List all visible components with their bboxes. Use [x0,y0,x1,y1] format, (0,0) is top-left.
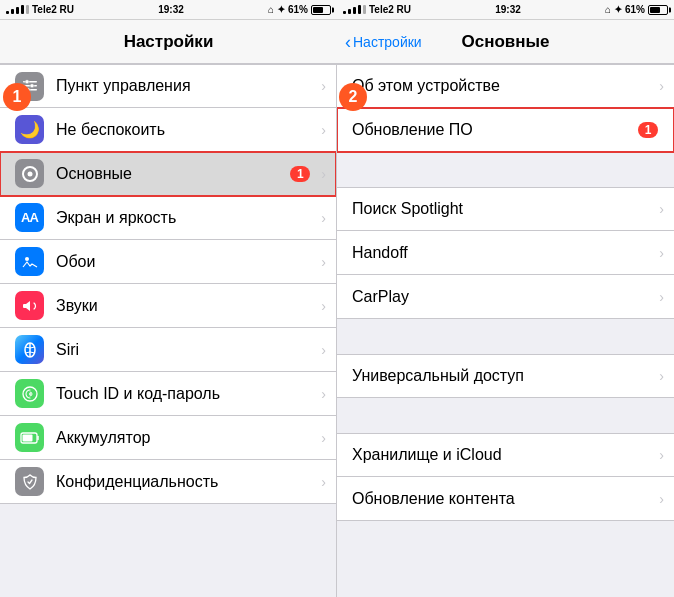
control-center-label: Пункт управления [56,77,316,95]
sidebar-item-control-center[interactable]: Пункт управления › [0,64,336,108]
status-bars: Tele2 RU 19:32 ⌂ ✦ 61% [0,0,674,20]
section-gap-2 [337,319,674,354]
privacy-icon [15,467,44,496]
svg-point-4 [30,84,34,88]
content-area: Пункт управления › 🌙 Не беспокоить › [0,64,674,597]
section-gap-1 [337,152,674,187]
right-section-2: Обновление ПО 1 [337,108,674,152]
siri-label: Siri [56,341,316,359]
general-badge: 1 [290,166,310,182]
signal-icon [6,5,29,14]
right-item-carplay[interactable]: CarPlay › [337,275,674,319]
about-label: Об этом устройстве [352,77,654,95]
chevron-icon: › [321,78,326,94]
battery-label-right: 61% [625,4,645,15]
annotation-1: 1 [3,83,31,111]
nav-bars: Настройки ‹ Настройки Основные [0,20,674,64]
left-nav-title: Настройки [124,32,214,52]
do-not-disturb-icon: 🌙 [15,115,44,144]
general-label: Основные [56,165,290,183]
sidebar-item-siri[interactable]: Siri › [0,328,336,372]
right-item-software-update[interactable]: Обновление ПО 1 [337,108,674,152]
right-item-content-update[interactable]: Обновление контента › [337,477,674,521]
sidebar-item-privacy[interactable]: Конфиденциальность › [0,460,336,504]
chevron-icon: › [321,254,326,270]
right-item-accessibility[interactable]: Универсальный доступ › [337,354,674,398]
general-icon [15,159,44,188]
chevron-icon: › [659,491,664,507]
chevron-icon: › [659,78,664,94]
sidebar-item-display[interactable]: AA Экран и яркость › [0,196,336,240]
bluetooth-icon: ✦ [277,4,285,15]
location-icon-right: ⌂ [605,4,611,15]
wallpaper-icon [15,247,44,276]
software-update-badge: 1 [638,122,658,138]
right-item-storage[interactable]: Хранилище и iCloud › [337,433,674,477]
battery-label: 61% [288,4,308,15]
touchid-label: Touch ID и код-пароль [56,385,316,403]
location-icon: ⌂ [268,4,274,15]
display-label: Экран и яркость [56,209,316,227]
chevron-icon: › [321,386,326,402]
siri-icon [15,335,44,364]
chevron-icon: › [321,342,326,358]
right-nav-bar: ‹ Настройки Основные [337,20,674,64]
left-nav-bar: Настройки [0,20,337,64]
right-section-4: Универсальный доступ › [337,354,674,398]
time-label: 19:32 [158,4,184,15]
right-section-5: Хранилище и iCloud › Обновление контента… [337,433,674,521]
sidebar-item-touchid[interactable]: Touch ID и код-пароль › [0,372,336,416]
chevron-icon: › [659,245,664,261]
chevron-icon: › [321,122,326,138]
chevron-left-icon: ‹ [345,33,351,51]
touchid-icon [15,379,44,408]
svg-rect-12 [22,434,32,441]
signal-icon-right [343,5,366,14]
right-nav-title: Основные [461,32,549,52]
sidebar-item-sounds[interactable]: Звуки › [0,284,336,328]
battery-icon [311,5,331,15]
annotation-2: 2 [339,83,367,111]
display-icon: AA [15,203,44,232]
battery-settings-icon [15,423,44,452]
handoff-label: Handoff [352,244,654,262]
software-update-label: Обновление ПО [352,121,638,139]
right-item-handoff[interactable]: Handoff › [337,231,674,275]
back-label: Настройки [353,34,422,50]
sidebar-item-battery[interactable]: Аккумулятор › [0,416,336,460]
right-settings-panel: Об этом устройстве › Обновление ПО 1 Пои… [337,64,674,597]
sidebar-item-general[interactable]: Основные 1 › [0,152,336,196]
settings-list: Пункт управления › 🌙 Не беспокоить › [0,64,336,504]
chevron-icon: › [321,166,326,182]
storage-label: Хранилище и iCloud [352,446,654,464]
right-status-bar: Tele2 RU 19:32 ⌂ ✦ 61% [337,0,674,20]
content-update-label: Обновление контента [352,490,654,508]
right-section-1: Об этом устройстве › [337,64,674,108]
section-gap-3 [337,398,674,433]
chevron-icon: › [321,430,326,446]
chevron-icon: › [659,447,664,463]
sounds-icon [15,291,44,320]
back-button[interactable]: ‹ Настройки [345,33,422,51]
right-item-spotlight[interactable]: Поиск Spotlight › [337,187,674,231]
time-label-right: 19:32 [495,4,521,15]
left-settings-panel: Пункт управления › 🌙 Не беспокоить › [0,64,337,597]
sounds-label: Звуки [56,297,316,315]
battery-icon-right [648,5,668,15]
spotlight-label: Поиск Spotlight [352,200,654,218]
left-status-bar: Tele2 RU 19:32 ⌂ ✦ 61% [0,0,337,20]
do-not-disturb-label: Не беспокоить [56,121,316,139]
svg-point-6 [27,171,32,176]
right-item-about[interactable]: Об этом устройстве › [337,64,674,108]
sidebar-item-wallpaper[interactable]: Обои › [0,240,336,284]
accessibility-label: Универсальный доступ [352,367,654,385]
chevron-icon: › [659,201,664,217]
chevron-icon: › [321,474,326,490]
chevron-icon: › [321,210,326,226]
sidebar-item-do-not-disturb[interactable]: 🌙 Не беспокоить › [0,108,336,152]
bluetooth-icon-right: ✦ [614,4,622,15]
carplay-label: CarPlay [352,288,654,306]
wallpaper-label: Обои [56,253,316,271]
chevron-icon: › [659,368,664,384]
svg-point-3 [25,80,29,84]
